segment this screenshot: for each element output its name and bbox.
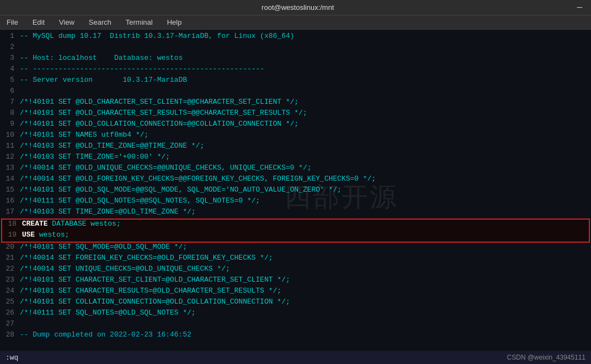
line-23: 23/*!40101 SET CHARACTER_SET_CLIENT=@OLD… xyxy=(0,276,591,287)
line-15: 15/*!40101 SET @OLD_SQL_MODE=@@SQL_MODE,… xyxy=(0,186,591,197)
menu-bar: FileEditViewSearchTerminalHelp xyxy=(0,15,591,30)
line-11: 11/*!40103 SET @OLD_TIME_ZONE=@@TIME_ZON… xyxy=(0,142,591,153)
line-content: /*!40014 SET @OLD_UNIQUE_CHECKS=@@UNIQUE… xyxy=(20,164,589,172)
bottom-bar: :wq CSDN @weixin_43945111 xyxy=(0,351,591,364)
line-number: 15 xyxy=(2,186,20,194)
line-number: 17 xyxy=(2,208,20,216)
line-number: 3 xyxy=(2,54,20,62)
line-2: 2 xyxy=(0,43,591,54)
line-content: /*!40101 SET @OLD_CHARACTER_SET_CLIENT=@… xyxy=(20,98,589,106)
line-number: 18 xyxy=(4,220,22,228)
line-12: 12/*!40103 SET TIME_ZONE='+00:00' */; xyxy=(0,153,591,164)
minimize-button[interactable]: — xyxy=(573,3,586,13)
line-number: 26 xyxy=(2,309,20,317)
line-6: 6 xyxy=(0,87,591,98)
line-3: 3-- Host: localhost Database: westos xyxy=(0,54,591,65)
command-prompt: :wq xyxy=(5,354,18,362)
line-4: 4-- ------------------------------------… xyxy=(0,65,591,76)
line-number: 25 xyxy=(2,298,20,306)
line-content: /*!40014 SET FOREIGN_KEY_CHECKS=@OLD_FOR… xyxy=(20,254,589,262)
line-number: 23 xyxy=(2,276,20,284)
line-number: 22 xyxy=(2,265,20,273)
line-number: 13 xyxy=(2,164,20,172)
line-number: 2 xyxy=(2,43,20,51)
line-number: 11 xyxy=(2,142,20,150)
line-17: 17/*!40103 SET TIME_ZONE=@OLD_TIME_ZONE … xyxy=(0,208,591,219)
menu-item-edit[interactable]: Edit xyxy=(30,17,47,27)
line-content: /*!40014 SET UNIQUE_CHECKS=@OLD_UNIQUE_C… xyxy=(20,265,589,273)
line-number: 7 xyxy=(2,98,20,106)
lines-container: 1-- MySQL dump 10.17 Distrib 10.3.17-Mar… xyxy=(0,32,591,341)
title-bar: root@westoslinux:/mnt — xyxy=(0,0,591,15)
line-content: /*!40101 SET CHARACTER_SET_CLIENT=@OLD_C… xyxy=(20,276,589,284)
line-number: 6 xyxy=(2,87,20,95)
line-content: /*!40101 SET SQL_MODE=@OLD_SQL_MODE */; xyxy=(20,243,589,251)
line-number: 4 xyxy=(2,65,20,73)
line-content: /*!40101 SET @OLD_SQL_MODE=@@SQL_MODE, S… xyxy=(20,186,589,194)
line-16: 16/*!40111 SET @OLD_SQL_NOTES=@@SQL_NOTE… xyxy=(0,197,591,208)
line-number: 8 xyxy=(2,109,20,117)
line-number: 28 xyxy=(2,331,20,339)
line-10: 10/*!40101 SET NAMES utf8mb4 */; xyxy=(0,131,591,142)
line-content: USE westos; xyxy=(22,231,587,239)
line-content: /*!40014 SET @OLD_FOREIGN_KEY_CHECKS=@@F… xyxy=(20,175,589,183)
line-8: 8/*!40101 SET @OLD_CHARACTER_SET_RESULTS… xyxy=(0,109,591,120)
terminal[interactable]: 四部开源 1-- MySQL dump 10.17 Distrib 10.3.1… xyxy=(0,30,591,364)
line-27: 27 xyxy=(0,320,591,331)
line-number: 12 xyxy=(2,153,20,161)
line-26: 26/*!40111 SET SQL_NOTES=@OLD_SQL_NOTES … xyxy=(0,309,591,320)
line-22: 22/*!40014 SET UNIQUE_CHECKS=@OLD_UNIQUE… xyxy=(0,265,591,276)
line-content: /*!40103 SET TIME_ZONE='+00:00' */; xyxy=(20,153,589,161)
line-18: 18CREATE DATABASE westos; xyxy=(2,220,589,231)
line-7: 7/*!40101 SET @OLD_CHARACTER_SET_CLIENT=… xyxy=(0,98,591,109)
highlight-block: 18CREATE DATABASE westos;19USE westos; xyxy=(1,219,590,243)
line-24: 24/*!40101 SET CHARACTER_RESULTS=@OLD_CH… xyxy=(0,287,591,298)
line-content: /*!40103 SET TIME_ZONE=@OLD_TIME_ZONE */… xyxy=(20,208,589,216)
line-13: 13/*!40014 SET @OLD_UNIQUE_CHECKS=@@UNIQ… xyxy=(0,164,591,175)
line-content: -- MySQL dump 10.17 Distrib 10.3.17-Mari… xyxy=(20,32,589,40)
line-5: 5-- Server version 10.3.17-MariaDB xyxy=(0,76,591,87)
line-number: 5 xyxy=(2,76,20,84)
line-1: 1-- MySQL dump 10.17 Distrib 10.3.17-Mar… xyxy=(0,32,591,43)
menu-item-file[interactable]: File xyxy=(4,17,20,27)
line-14: 14/*!40014 SET @OLD_FOREIGN_KEY_CHECKS=@… xyxy=(0,175,591,186)
line-content: -- Server version 10.3.17-MariaDB xyxy=(20,76,589,84)
line-number: 10 xyxy=(2,131,20,139)
line-number: 27 xyxy=(2,320,20,328)
line-content: CREATE DATABASE westos; xyxy=(22,220,587,228)
line-20: 20/*!40101 SET SQL_MODE=@OLD_SQL_MODE */… xyxy=(0,243,591,254)
line-content: /*!40111 SET SQL_NOTES=@OLD_SQL_NOTES */… xyxy=(20,309,589,317)
menu-item-search[interactable]: Search xyxy=(86,17,113,27)
line-number: 20 xyxy=(2,243,20,251)
line-21: 21/*!40014 SET FOREIGN_KEY_CHECKS=@OLD_F… xyxy=(0,254,591,265)
line-9: 9/*!40101 SET @OLD_COLLATION_CONNECTION=… xyxy=(0,120,591,131)
line-content: /*!40103 SET @OLD_TIME_ZONE=@@TIME_ZONE … xyxy=(20,142,589,150)
line-content: /*!40101 SET COLLATION_CONNECTION=@OLD_C… xyxy=(20,298,589,306)
line-number: 24 xyxy=(2,287,20,295)
line-content: /*!40101 SET CHARACTER_RESULTS=@OLD_CHAR… xyxy=(20,287,589,295)
line-content: /*!40101 SET @OLD_COLLATION_CONNECTION=@… xyxy=(20,120,589,128)
line-28: 28-- Dump completed on 2022-02-23 16:46:… xyxy=(0,331,591,341)
branding: CSDN @weixin_43945111 xyxy=(507,354,586,361)
line-content: /*!40111 SET @OLD_SQL_NOTES=@@SQL_NOTES,… xyxy=(20,197,589,205)
line-number: 1 xyxy=(2,32,20,40)
menu-item-view[interactable]: View xyxy=(57,17,76,27)
window-title: root@westoslinux:/mnt xyxy=(22,3,573,12)
line-number: 9 xyxy=(2,120,20,128)
menu-item-terminal[interactable]: Terminal xyxy=(124,17,155,27)
line-number: 21 xyxy=(2,254,20,262)
line-number: 19 xyxy=(4,231,22,239)
line-number: 16 xyxy=(2,197,20,205)
line-content: -- Host: localhost Database: westos xyxy=(20,54,589,62)
line-content: /*!40101 SET @OLD_CHARACTER_SET_RESULTS=… xyxy=(20,109,589,117)
line-25: 25/*!40101 SET COLLATION_CONNECTION=@OLD… xyxy=(0,298,591,309)
line-content: /*!40101 SET NAMES utf8mb4 */; xyxy=(20,131,589,139)
line-19: 19USE westos; xyxy=(2,231,589,242)
line-content: -- -------------------------------------… xyxy=(20,65,589,73)
line-number: 14 xyxy=(2,175,20,183)
line-content: -- Dump completed on 2022-02-23 16:46:52 xyxy=(20,331,589,339)
menu-item-help[interactable]: Help xyxy=(165,17,184,27)
